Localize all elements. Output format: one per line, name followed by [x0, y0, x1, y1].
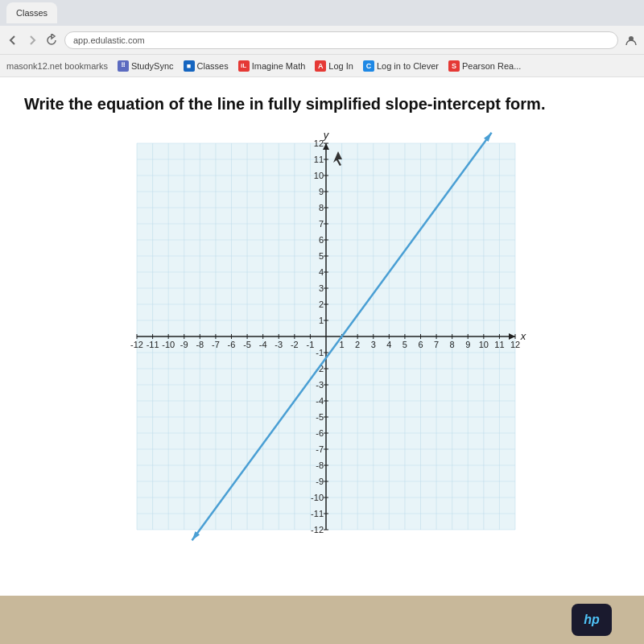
bookmark-clever-label: Log in to Clever — [377, 61, 439, 71]
bookmark-pearson[interactable]: S Pearson Rea... — [448, 60, 521, 72]
bookmark-studysync[interactable]: ⠿ StudySync — [118, 60, 174, 72]
bookmark-masonk12[interactable]: masonk12.net bookmarks — [6, 61, 108, 71]
hp-logo: hp — [572, 604, 612, 636]
pearson-icon: S — [448, 60, 460, 72]
profile-icon[interactable] — [625, 34, 638, 47]
nav-bar: app.edulastic.com — [0, 26, 644, 55]
refresh-icon[interactable] — [45, 34, 58, 47]
bookmark-classes[interactable]: ■ Classes — [184, 60, 229, 72]
bookmark-clever[interactable]: C Log in to Clever — [363, 60, 439, 72]
bookmark-login[interactable]: A Log In — [315, 60, 353, 72]
bookmark-imaginemath[interactable]: iL Imagine Math — [238, 60, 306, 72]
clever-icon: C — [363, 60, 374, 72]
back-icon[interactable] — [6, 34, 19, 47]
tab-label: Classes — [16, 8, 47, 18]
question-text: Write the equation of the line in fully … — [24, 93, 620, 114]
bookmark-pearson-label: Pearson Rea... — [462, 61, 521, 71]
address-bar[interactable]: app.edulastic.com — [64, 31, 618, 49]
classes-icon: ■ — [184, 60, 195, 72]
browser-chrome: Classes app.edulastic.com masonk12.net b… — [0, 0, 644, 77]
bottom-area: hp — [0, 596, 644, 644]
tab-bar: Classes — [0, 0, 644, 26]
bookmark-masonk12-label: masonk12.net bookmarks — [6, 61, 108, 71]
studysync-icon: ⠿ — [118, 60, 129, 72]
forward-icon[interactable] — [26, 34, 39, 47]
graph-container — [24, 127, 620, 546]
bookmark-classes-label: Classes — [197, 61, 229, 71]
hp-logo-text: hp — [584, 613, 600, 627]
browser-tab[interactable]: Classes — [6, 2, 57, 23]
bookmark-login-label: Log In — [328, 61, 353, 71]
graph-wrapper — [113, 127, 531, 546]
bookmark-imaginemath-label: Imagine Math — [252, 61, 306, 71]
imaginemath-icon: iL — [238, 60, 250, 72]
login-icon: A — [315, 60, 326, 72]
bookmarks-bar: masonk12.net bookmarks ⠿ StudySync ■ Cla… — [0, 55, 644, 77]
bookmark-studysync-label: StudySync — [131, 61, 174, 71]
page-content: Write the equation of the line in fully … — [0, 77, 644, 596]
coordinate-graph — [113, 127, 531, 546]
